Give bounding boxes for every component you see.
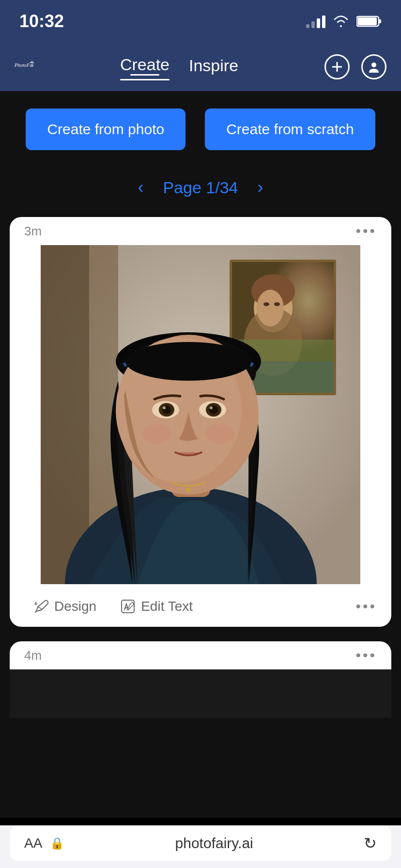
svg-rect-2 [357,17,377,25]
logo: PhotoFairy [15,54,34,80]
nav-tabs: Create Inspire [48,55,310,78]
post-image-2 [10,669,391,718]
post-card-1: 3m ••• [10,217,391,627]
browser-chrome: AA 🔒 photofairy.ai ↻ ‹ › [0,825,401,868]
svg-point-40 [186,487,191,492]
tab-inspire[interactable]: Inspire [189,56,238,78]
url-text[interactable]: photofairy.ai [72,835,356,852]
svg-point-41 [142,424,171,444]
svg-point-42 [205,424,234,444]
tab-create[interactable]: Create [120,55,170,78]
svg-line-43 [38,607,42,609]
post-meta-1: 3m ••• [10,217,391,245]
profile-button[interactable] [361,54,386,79]
page-label: Page 1/34 [163,178,238,197]
pagination: ‹ Page 1/34 › [0,168,401,217]
nav-actions [324,54,386,79]
action-buttons-row: Create from photo Create from scratch [0,91,401,168]
status-icons [306,15,382,28]
post-image-1 [17,245,384,584]
design-icon [34,599,48,614]
svg-point-23 [274,302,280,306]
status-time: 10:32 [19,11,64,31]
svg-point-21 [257,290,284,326]
create-from-scratch-button[interactable]: Create from scratch [205,108,375,150]
post-actions-1: Design Edit Text ••• [10,584,391,619]
edit-text-button[interactable]: Edit Text [111,594,202,619]
design-label: Design [54,599,96,614]
lock-icon: 🔒 [50,837,64,850]
address-bar[interactable]: AA 🔒 photofairy.ai ↻ [10,825,391,861]
signal-icon [306,15,325,28]
aa-text[interactable]: AA [24,836,42,851]
svg-rect-44 [122,600,134,613]
status-bar: 10:32 [0,0,401,43]
main-content: Create from photo Create from scratch ‹ … [0,91,401,818]
post-card-2: 4m ••• [10,641,391,718]
battery-icon [356,15,382,28]
post-timestamp-1: 3m [24,224,42,239]
svg-text:PhotoFairy: PhotoFairy [15,62,34,68]
next-page-button[interactable]: › [253,172,268,202]
post-image-wrapper-1[interactable] [17,245,384,584]
svg-point-22 [263,302,269,306]
edit-text-label: Edit Text [141,599,193,614]
svg-point-31 [125,342,251,381]
post-timestamp-2: 4m [24,648,42,663]
svg-rect-1 [379,19,381,23]
svg-point-38 [163,406,166,409]
post-more-dots-2[interactable]: ••• [355,647,377,664]
prev-page-button[interactable]: ‹ [133,172,148,202]
svg-point-12 [371,62,376,67]
edit-text-icon [121,599,135,614]
svg-point-4 [31,61,32,62]
design-button[interactable]: Design [24,594,106,619]
post-more-dots-1[interactable]: ••• [355,223,377,239]
svg-rect-14 [41,245,89,584]
add-button[interactable] [324,54,350,79]
post-action-dots-1[interactable]: ••• [355,598,377,615]
wifi-icon [332,15,350,28]
refresh-button[interactable]: ↻ [364,834,377,852]
post-meta-2: 4m ••• [10,641,391,669]
logo-icon: PhotoFairy [15,54,34,78]
nav-bar: PhotoFairy Create Inspire [0,43,401,91]
create-from-photo-button[interactable]: Create from photo [26,108,185,150]
svg-point-39 [210,406,213,409]
